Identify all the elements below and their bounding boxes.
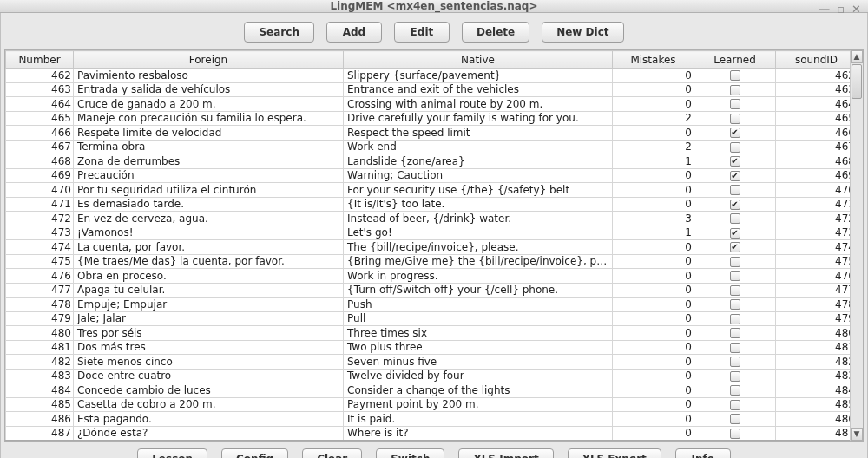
table-row[interactable]: 468Zona de derrumbesLandslide {zone/area… <box>6 154 851 169</box>
table-row[interactable]: 462Pavimiento resbalosoSlippery {surface… <box>6 69 851 83</box>
cell-learned[interactable] <box>694 140 776 154</box>
minimize-icon[interactable]: — <box>819 3 830 16</box>
edit-button[interactable]: Edit <box>394 22 450 43</box>
learned-checkbox-icon[interactable] <box>730 114 740 124</box>
table-row[interactable]: 482Siete menos cincoSeven minus five0482 <box>6 355 851 370</box>
xls-import-button[interactable]: XLS Import <box>458 448 553 458</box>
table-row[interactable]: 465Maneje con precaución su familia lo e… <box>6 111 851 126</box>
learned-checkbox-icon[interactable] <box>730 99 740 109</box>
cell-learned[interactable] <box>694 426 776 441</box>
cell-learned[interactable] <box>694 311 776 326</box>
cell-learned[interactable] <box>694 183 776 198</box>
cell-learned[interactable] <box>694 254 776 269</box>
learned-checkbox-icon[interactable]: ✔ <box>730 242 740 252</box>
cell-learned[interactable] <box>694 326 776 341</box>
cell-learned[interactable] <box>694 283 776 298</box>
col-header-foreign[interactable]: Foreign <box>74 51 344 69</box>
table-row[interactable]: 483Doce entre cuatroTwelve divided by fo… <box>6 369 851 383</box>
learned-checkbox-icon[interactable] <box>730 328 740 338</box>
add-button[interactable]: Add <box>326 22 382 43</box>
learned-checkbox-icon[interactable] <box>730 185 740 195</box>
table-row[interactable]: 474La cuenta, por favor.The {bill/recipe… <box>6 240 851 255</box>
clear-button[interactable]: Clear <box>302 448 362 458</box>
cell-learned[interactable] <box>694 212 776 226</box>
table-row[interactable]: 487¿Dónde esta?Where is it?0487 <box>6 426 851 441</box>
table-row[interactable]: 473¡Vamonos!Let's go!1✔473 <box>6 226 851 240</box>
cell-learned[interactable]: ✔ <box>694 240 776 255</box>
dictionary-table[interactable]: Number Foreign Native Mistakes Learned s… <box>5 50 850 441</box>
learned-checkbox-icon[interactable] <box>730 285 740 296</box>
learned-checkbox-icon[interactable] <box>730 85 740 95</box>
table-row[interactable]: 481Dos más tresTwo plus three0481 <box>6 340 851 355</box>
table-row[interactable]: 486Esta pagando.It is paid.0486 <box>6 412 851 427</box>
col-header-native[interactable]: Native <box>344 51 613 69</box>
table-row[interactable]: 470Por tu seguridad utiliza el cinturónF… <box>6 183 851 198</box>
cell-learned[interactable] <box>694 69 776 83</box>
learned-checkbox-icon[interactable] <box>730 414 740 424</box>
xls-export-button[interactable]: XLS Export <box>568 448 661 458</box>
learned-checkbox-icon[interactable] <box>730 142 740 153</box>
switch-button[interactable]: Switch <box>376 448 444 458</box>
table-row[interactable]: 478Empuje; EmpujarPush0478 <box>6 298 851 312</box>
table-row[interactable]: 475{Me traes/Me das} la cuenta, por favo… <box>6 254 851 269</box>
cell-learned[interactable]: ✔ <box>694 197 776 212</box>
learned-checkbox-icon[interactable] <box>730 400 740 410</box>
learned-checkbox-icon[interactable]: ✔ <box>730 128 740 138</box>
cell-learned[interactable] <box>694 383 776 398</box>
col-header-mistakes[interactable]: Mistakes <box>613 51 694 69</box>
table-row[interactable]: 480Tres por séisThree times six0480 <box>6 326 851 341</box>
learned-checkbox-icon[interactable] <box>730 385 740 396</box>
table-row[interactable]: 463Entrada y salida de vehículosEntrance… <box>6 82 851 97</box>
cell-learned[interactable] <box>694 412 776 427</box>
learned-checkbox-icon[interactable]: ✔ <box>730 171 740 181</box>
config-button[interactable]: Config <box>221 448 288 458</box>
scroll-up-arrow-icon[interactable]: ▲ <box>851 50 863 63</box>
learned-checkbox-icon[interactable] <box>730 429 740 439</box>
learned-checkbox-icon[interactable] <box>730 314 740 324</box>
table-row[interactable]: 466Respete limite de velocidadRespect th… <box>6 126 851 141</box>
learned-checkbox-icon[interactable] <box>730 257 740 267</box>
learned-checkbox-icon[interactable]: ✔ <box>730 228 740 239</box>
maximize-icon[interactable]: ▫ <box>837 3 845 16</box>
cell-learned[interactable]: ✔ <box>694 226 776 240</box>
table-row[interactable]: 484Concede cambio de lucesConsider a cha… <box>6 383 851 398</box>
close-icon[interactable]: ✕ <box>852 3 861 16</box>
cell-learned[interactable] <box>694 397 776 412</box>
cell-learned[interactable] <box>694 111 776 126</box>
learned-checkbox-icon[interactable] <box>730 343 740 353</box>
cell-learned[interactable] <box>694 97 776 112</box>
table-row[interactable]: 464Cruce de ganado a 200 m.Crossing with… <box>6 97 851 112</box>
table-row[interactable]: 469PrecauciónWarning; Cauction0✔469 <box>6 168 851 183</box>
vertical-scrollbar[interactable]: ▲ ▼ <box>850 50 863 441</box>
scroll-down-arrow-icon[interactable]: ▼ <box>851 428 863 441</box>
table-row[interactable]: 476Obra en proceso.Work in progress.0476 <box>6 269 851 284</box>
learned-checkbox-icon[interactable] <box>730 299 740 310</box>
cell-learned[interactable] <box>694 340 776 355</box>
col-header-number[interactable]: Number <box>6 51 74 69</box>
learned-checkbox-icon[interactable] <box>730 371 740 382</box>
col-header-learned[interactable]: Learned <box>694 51 776 69</box>
cell-learned[interactable] <box>694 298 776 312</box>
cell-learned[interactable]: ✔ <box>694 154 776 169</box>
cell-learned[interactable] <box>694 82 776 97</box>
new-dict-button[interactable]: New Dict <box>542 22 623 43</box>
delete-button[interactable]: Delete <box>462 22 529 43</box>
table-header-row[interactable]: Number Foreign Native Mistakes Learned s… <box>6 51 851 69</box>
scrollbar-thumb[interactable] <box>852 64 862 99</box>
table-row[interactable]: 467Termina obraWork end2467 <box>6 140 851 154</box>
info-button[interactable]: Info <box>675 448 731 458</box>
cell-learned[interactable] <box>694 269 776 284</box>
table-row[interactable]: 472En vez de cerveza, agua.Instead of be… <box>6 212 851 226</box>
col-header-soundid[interactable]: soundID <box>776 51 851 69</box>
cell-learned[interactable] <box>694 355 776 370</box>
table-row[interactable]: 479Jale; JalarPull0479 <box>6 311 851 326</box>
learned-checkbox-icon[interactable] <box>730 70 740 81</box>
cell-learned[interactable] <box>694 369 776 383</box>
table-row[interactable]: 471Es demasiado tarde.{It is/It's} too l… <box>6 197 851 212</box>
search-button[interactable]: Search <box>244 22 313 43</box>
learned-checkbox-icon[interactable] <box>730 357 740 367</box>
table-row[interactable]: 477Apaga tu celular.{Turn off/Switch off… <box>6 283 851 298</box>
learned-checkbox-icon[interactable]: ✔ <box>730 156 740 167</box>
learned-checkbox-icon[interactable] <box>730 213 740 224</box>
cell-learned[interactable]: ✔ <box>694 126 776 141</box>
